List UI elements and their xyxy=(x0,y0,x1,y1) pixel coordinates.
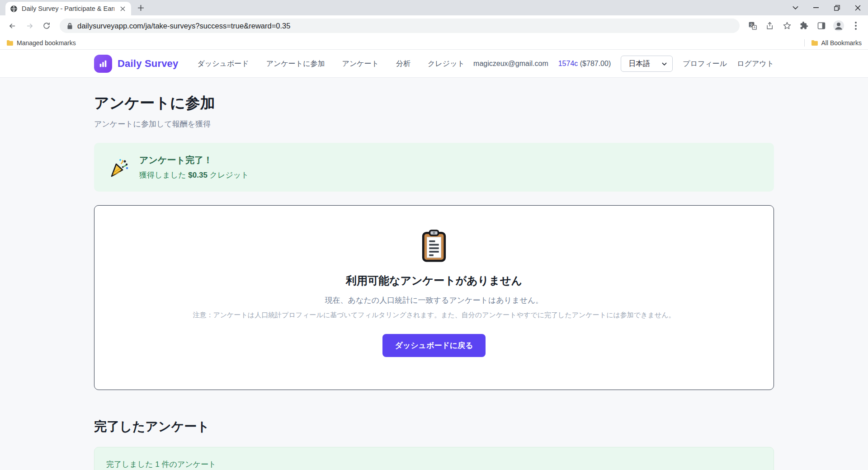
bookmark-star-icon[interactable] xyxy=(779,18,795,33)
nav-surveys[interactable]: アンケート xyxy=(342,59,379,69)
nav-analytics[interactable]: 分析 xyxy=(396,59,410,69)
header-right: magiczeux@gmail.com 1574c ($787.00) 日本語 … xyxy=(473,56,774,72)
profile-avatar[interactable] xyxy=(831,18,846,33)
empty-message: 現在、あなたの人口統計に一致するアンケートはありません。 xyxy=(113,295,755,306)
brand-logo-link[interactable]: Daily Survey xyxy=(94,55,178,73)
back-to-dashboard-button[interactable]: ダッシュボードに戻る xyxy=(382,334,485,357)
credits-usd: ($787.00) xyxy=(580,60,611,67)
user-email: magiczeux@gmail.com xyxy=(473,60,548,68)
language-value: 日本語 xyxy=(628,59,650,69)
success-line: 獲得しました $0.35 クレジット xyxy=(139,170,249,180)
translate-icon[interactable]: 文 A xyxy=(745,18,760,33)
completed-heading: 完了したアンケート xyxy=(94,418,774,435)
tab-search-chevron-icon[interactable] xyxy=(785,0,806,15)
nav-dashboard[interactable]: ダッシュボード xyxy=(197,59,249,69)
logout-link[interactable]: ログアウト xyxy=(737,59,774,69)
side-panel-icon[interactable] xyxy=(814,18,829,33)
brand-name: Daily Survey xyxy=(118,58,178,70)
completed-summary: 完了しました 1 件のアンケート xyxy=(106,460,217,469)
browser-titlebar: Daily Survey - Participate & Earn xyxy=(0,0,868,15)
share-icon[interactable] xyxy=(762,18,778,33)
globe-favicon-icon xyxy=(10,5,18,13)
all-bookmarks[interactable]: All Bookmarks xyxy=(811,39,862,47)
bar-chart-logo-icon xyxy=(94,55,112,73)
success-banner: アンケート完了！ 獲得しました $0.35 クレジット xyxy=(94,143,774,192)
browser-tab[interactable]: Daily Survey - Participate & Earn xyxy=(5,2,131,15)
tab-title: Daily Survey - Participate & Earn xyxy=(22,5,114,12)
completed-summary-box: 完了しました 1 件のアンケート xyxy=(94,447,774,470)
party-popper-icon xyxy=(108,156,129,178)
nav-credits[interactable]: クレジット xyxy=(428,59,465,69)
url-text: dailysurveyapp.com/ja/take-surveys?succe… xyxy=(77,22,290,30)
success-title: アンケート完了！ xyxy=(139,154,249,166)
managed-bookmarks-label: Managed bookmarks xyxy=(17,39,76,47)
chevron-down-icon xyxy=(662,62,667,66)
page-title: アンケートに参加 xyxy=(94,93,774,113)
folder-icon xyxy=(6,40,13,46)
managed-bookmarks[interactable]: Managed bookmarks xyxy=(6,39,76,47)
success-text: アンケート完了！ 獲得しました $0.35 クレジット xyxy=(139,154,249,180)
all-bookmarks-label: All Bookmarks xyxy=(821,39,862,47)
extensions-puzzle-icon[interactable] xyxy=(797,18,812,33)
empty-heading: 利用可能なアンケートがありません xyxy=(113,273,755,288)
site-header: Daily Survey ダッシュボード アンケートに参加 アンケート 分析 ク… xyxy=(0,50,868,78)
credits-balance[interactable]: 1574c ($787.00) xyxy=(558,60,611,68)
earned-suffix: クレジット xyxy=(208,171,249,179)
menu-dots-icon[interactable] xyxy=(848,18,863,33)
lock-icon xyxy=(67,23,73,29)
empty-note: 注意：アンケートは人口統計プロフィールに基づいてフィルタリングされます。また、自… xyxy=(113,311,755,320)
new-tab-button[interactable] xyxy=(134,1,147,14)
profile-link[interactable]: プロフィール xyxy=(683,59,727,69)
forward-button[interactable] xyxy=(22,18,37,33)
window-controls xyxy=(785,0,868,15)
svg-text:A: A xyxy=(754,26,756,29)
page-content: アンケートに参加 アンケートに参加して報酬を獲得 アンケート完了！ xyxy=(94,78,774,470)
back-button[interactable] xyxy=(5,18,20,33)
minimize-button[interactable] xyxy=(806,0,826,15)
clipboard-icon xyxy=(113,229,755,263)
url-bar[interactable]: dailysurveyapp.com/ja/take-surveys?succe… xyxy=(60,19,740,33)
bookmarks-divider xyxy=(804,39,805,47)
credits-amount: 1574c xyxy=(558,60,578,67)
tab-close-icon[interactable] xyxy=(118,5,127,13)
bookmarks-bar: Managed bookmarks All Bookmarks xyxy=(0,36,868,50)
language-select[interactable]: 日本語 xyxy=(621,56,673,72)
close-window-button[interactable] xyxy=(847,0,868,15)
browser-window: Daily Survey - Participate & Earn xyxy=(0,0,868,470)
earned-amount: $0.35 xyxy=(188,171,208,179)
empty-state-card: 利用可能なアンケートがありません 現在、あなたの人口統計に一致するアンケートはあ… xyxy=(94,205,774,390)
folder-icon xyxy=(811,40,818,46)
earned-prefix: 獲得しました xyxy=(139,171,188,179)
browser-toolbar: dailysurveyapp.com/ja/take-surveys?succe… xyxy=(0,15,868,36)
main-nav: ダッシュボード アンケートに参加 アンケート 分析 クレジット xyxy=(197,59,465,69)
restore-button[interactable] xyxy=(826,0,847,15)
reload-button[interactable] xyxy=(39,18,54,33)
page-subtitle: アンケートに参加して報酬を獲得 xyxy=(94,119,774,129)
nav-take-surveys[interactable]: アンケートに参加 xyxy=(266,59,325,69)
